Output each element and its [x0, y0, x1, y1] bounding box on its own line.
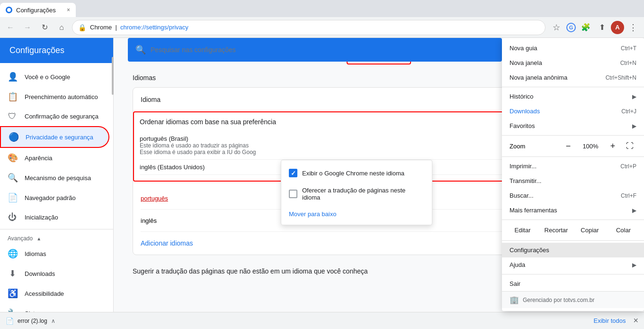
- popup-option-display-label: Exibir o Google Chrome neste idioma: [302, 170, 404, 177]
- address-bar[interactable]: 🔒 Chrome | chrome://settings/privacy: [72, 20, 546, 35]
- menu-item-transmitir[interactable]: Transmitir...: [502, 174, 644, 188]
- checkbox-translate[interactable]: [289, 190, 297, 198]
- back-button[interactable]: ←: [4, 21, 17, 34]
- checkbox-display[interactable]: ✓: [289, 169, 297, 177]
- navigation-bar: ← → ↻ ⌂ 🔒 Chrome | chrome://settings/pri…: [0, 17, 644, 38]
- sidebar-item-privacidade[interactable]: 🔵 Privacidade e segurança: [0, 126, 109, 148]
- popup-option-display[interactable]: ✓ Exibir o Google Chrome neste idioma: [281, 164, 432, 182]
- zoom-row: Zoom − 100% + ⛶: [502, 137, 644, 155]
- chrome-menu-button[interactable]: ⋮: [626, 20, 640, 35]
- sidebar-nav: 👤 Você e o Google 📋 Preenchimento automá…: [0, 63, 113, 327]
- zoom-fullscreen-button[interactable]: ⛶: [623, 139, 636, 153]
- tab-title: Configurações: [16, 7, 56, 14]
- show-all-button[interactable]: Exibir todos: [594, 317, 626, 324]
- popup-move-down[interactable]: Mover para baixo: [281, 206, 432, 221]
- advanced-section-toggle[interactable]: Avançado ▲: [0, 231, 113, 244]
- search-icon: 🔍: [135, 45, 146, 55]
- sidebar-item-downloads[interactable]: ⬇ Downloads: [0, 264, 109, 283]
- tab-close-button[interactable]: ×: [67, 7, 70, 13]
- file-expand-arrow[interactable]: ∧: [51, 318, 55, 324]
- sidebar-item-label: Navegador padrão: [25, 194, 76, 201]
- sidebar-item-inicializacao[interactable]: ⏻ Inicialização: [0, 208, 109, 227]
- move-down-button[interactable]: Mover para baixo: [289, 210, 336, 218]
- menu-item-buscar[interactable]: Buscar... Ctrl+F: [502, 188, 644, 203]
- sidebar-item-mecanismo[interactable]: 🔍 Mecanismo de pesquisa: [0, 168, 109, 188]
- forward-button[interactable]: →: [21, 21, 34, 34]
- chrome-update-icon[interactable]: ⬆: [595, 20, 609, 35]
- sidebar-item-label: Privacidade e segurança: [26, 134, 93, 141]
- menu-item-label: Nova janela anônima: [510, 74, 567, 81]
- sidebar-item-confirmacao[interactable]: 🛡 Confirmação de segurança: [0, 107, 109, 126]
- extensions-icon[interactable]: 🧩: [579, 20, 593, 35]
- sidebar-item-aparencia[interactable]: 🎨 Aparência: [0, 148, 109, 168]
- menu-item-label: Imprimir...: [510, 163, 537, 170]
- menu-item-mais-ferramentas[interactable]: Mais ferramentas ▶: [502, 203, 644, 218]
- add-language-link[interactable]: Adicionar idiomas: [141, 236, 193, 251]
- svg-text:G: G: [569, 25, 573, 30]
- nav-right-buttons: ☆ G 🧩 ⬆ A ⋮: [549, 20, 640, 35]
- settings-sidebar: Configurações 👤 Você e o Google 📋 Preenc…: [0, 38, 114, 329]
- menu-item-label: Ajuda: [510, 261, 525, 268]
- refresh-button[interactable]: ↻: [38, 21, 51, 34]
- menu-item-label: Sair: [510, 280, 520, 287]
- zoom-value: 100%: [579, 143, 602, 150]
- bottom-close-button[interactable]: ×: [633, 316, 638, 326]
- menu-item-nova-janela[interactable]: Nova janela Ctrl+N: [502, 55, 644, 70]
- browser-icon: 📄: [8, 192, 17, 203]
- google-apps-icon[interactable]: G: [565, 22, 577, 33]
- profile-button[interactable]: A: [611, 21, 624, 34]
- popup-option-translate[interactable]: Oferecer a tradução de páginas neste idi…: [281, 182, 432, 206]
- menu-item-sair[interactable]: Sair: [502, 276, 644, 291]
- menu-separator-3: [502, 156, 644, 157]
- paste-button[interactable]: Colar: [607, 224, 640, 237]
- home-button[interactable]: ⌂: [55, 21, 68, 34]
- sidebar-item-idiomas[interactable]: 🌐 Idiomas: [0, 244, 109, 264]
- menu-shortcut: Ctrl+N: [620, 60, 636, 66]
- file-name: error (2).log: [18, 318, 47, 324]
- menu-separator-1: [502, 87, 644, 87]
- menu-item-favoritos[interactable]: Favoritos ▶: [502, 119, 644, 133]
- advanced-label: Avançado: [8, 235, 33, 242]
- active-tab[interactable]: Configurações ×: [0, 3, 76, 17]
- menu-item-nova-janela-anonima[interactable]: Nova janela anônima Ctrl+Shift+N: [502, 70, 644, 85]
- menu-item-ajuda[interactable]: Ajuda ▶: [502, 257, 644, 272]
- menu-shortcut: ▶: [632, 123, 636, 129]
- menu-item-label: Downloads: [510, 108, 540, 115]
- menu-shortcut: ▶: [632, 207, 636, 214]
- search-input[interactable]: [151, 46, 494, 54]
- zoom-label: Zoom: [510, 143, 558, 150]
- copy-button[interactable]: Copiar: [573, 224, 607, 237]
- menu-item-imprimir[interactable]: Imprimir... Ctrl+P: [502, 159, 644, 174]
- menu-shortcut: Ctrl+T: [621, 45, 636, 52]
- shield-icon: 🛡: [8, 111, 17, 121]
- sidebar-item-voce[interactable]: 👤 Você e o Google: [0, 67, 109, 87]
- menu-item-historico[interactable]: Histórico ▶: [502, 89, 644, 104]
- sidebar-item-preenchimento[interactable]: 📋 Preenchimento automático: [0, 87, 109, 107]
- sidebar-item-navegador[interactable]: 📄 Navegador padrão: [0, 188, 109, 208]
- bookmark-button[interactable]: ☆: [549, 20, 564, 35]
- edit-button[interactable]: Editar: [506, 224, 539, 237]
- sidebar-item-label: Inicialização: [25, 214, 58, 221]
- edit-group: Editar Recortar Copiar Colar: [502, 222, 644, 238]
- menu-item-configuracoes[interactable]: Configurações: [502, 243, 644, 257]
- zoom-minus-button[interactable]: −: [562, 139, 575, 153]
- popup-option-translate-label: Oferecer a tradução de páginas neste idi…: [302, 187, 424, 201]
- sidebar-item-label: Preenchimento automático: [25, 93, 98, 101]
- menu-item-nova-guia[interactable]: Nova guia Ctrl+T: [502, 41, 644, 55]
- bottom-bar: 📄 error (2).log ∧ Exibir todos ×: [0, 312, 644, 329]
- sidebar-item-label: Downloads: [25, 270, 55, 277]
- menu-separator-2: [502, 135, 644, 136]
- sidebar-divider: [0, 229, 113, 229]
- zoom-plus-button[interactable]: +: [606, 139, 619, 153]
- sidebar-scrollbar[interactable]: [112, 57, 114, 95]
- tab-bar: Configurações ×: [0, 0, 644, 17]
- search-engine-icon: 🔍: [8, 173, 17, 183]
- menu-shortcut: Ctrl+J: [621, 108, 636, 115]
- language-card-title: Idioma: [141, 96, 161, 103]
- autofill-icon: 📋: [8, 91, 17, 102]
- tab-favicon-inner: [7, 8, 11, 12]
- menu-item-downloads[interactable]: Downloads Ctrl+J: [502, 104, 644, 119]
- sidebar-item-acessibilidade[interactable]: ♿ Acessibilidade: [0, 283, 109, 303]
- cut-button[interactable]: Recortar: [539, 224, 573, 237]
- lang-row-pt-name: português: [141, 195, 168, 202]
